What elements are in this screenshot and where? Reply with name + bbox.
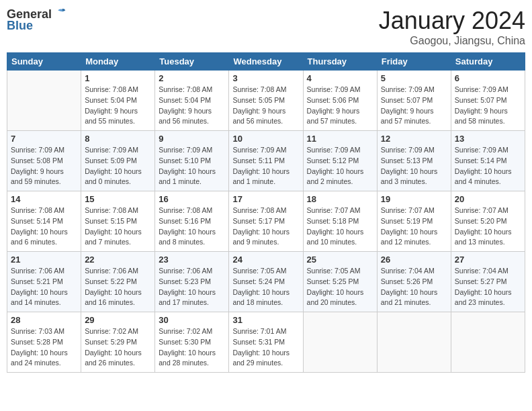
day-number: 15: [85, 194, 151, 204]
sunrise: Sunrise: 7:07 AM: [455, 206, 508, 214]
daylight: Daylight: 10 hours and 6 minutes.: [11, 228, 68, 246]
daylight: Daylight: 10 hours and 4 minutes.: [455, 167, 512, 186]
daylight: Daylight: 10 hours and 28 minutes.: [159, 349, 216, 367]
sunset: Sunset: 5:05 PM: [232, 96, 285, 104]
header-row: SundayMondayTuesdayWednesdayThursdayFrid…: [7, 53, 525, 71]
daylight: Daylight: 10 hours and 21 minutes.: [381, 288, 438, 307]
sunrise: Sunrise: 7:06 AM: [85, 267, 138, 275]
day-cell: 11 Sunrise: 7:09 AM Sunset: 5:12 PM Dayl…: [303, 131, 377, 191]
day-info: Sunrise: 7:04 AM Sunset: 5:26 PM Dayligh…: [381, 266, 447, 308]
day-info: Sunrise: 7:04 AM Sunset: 5:27 PM Dayligh…: [455, 266, 521, 308]
day-number: 21: [11, 255, 77, 265]
sunrise: Sunrise: 7:04 AM: [381, 267, 435, 275]
column-header-monday: Monday: [81, 53, 155, 71]
day-info: Sunrise: 7:08 AM Sunset: 5:16 PM Dayligh…: [159, 205, 225, 248]
day-number: 23: [159, 255, 225, 265]
logo-bird-icon: [53, 7, 68, 21]
day-cell: 27 Sunrise: 7:04 AM Sunset: 5:27 PM Dayl…: [451, 252, 525, 312]
sunset: Sunset: 5:19 PM: [381, 217, 433, 225]
column-header-wednesday: Wednesday: [229, 53, 303, 71]
sunset: Sunset: 5:07 PM: [455, 96, 507, 104]
column-header-friday: Friday: [377, 53, 451, 71]
sunset: Sunset: 5:25 PM: [307, 277, 359, 285]
day-cell: 23 Sunrise: 7:06 AM Sunset: 5:23 PM Dayl…: [155, 252, 229, 312]
column-header-thursday: Thursday: [303, 53, 377, 71]
day-info: Sunrise: 7:06 AM Sunset: 5:23 PM Dayligh…: [159, 266, 225, 308]
sunset: Sunset: 5:06 PM: [307, 96, 359, 104]
day-cell: 16 Sunrise: 7:08 AM Sunset: 5:16 PM Dayl…: [155, 191, 229, 252]
day-number: 17: [232, 194, 299, 204]
daylight: Daylight: 10 hours and 17 minutes.: [159, 288, 216, 307]
sunrise: Sunrise: 7:09 AM: [232, 146, 286, 154]
sunrise: Sunrise: 7:09 AM: [159, 146, 212, 154]
day-number: 14: [11, 194, 77, 204]
sunrise: Sunrise: 7:08 AM: [232, 85, 286, 93]
daylight: Daylight: 10 hours and 9 minutes.: [232, 228, 290, 246]
week-row-1: 1 Sunrise: 7:08 AM Sunset: 5:04 PM Dayli…: [7, 71, 525, 131]
sunset: Sunset: 5:13 PM: [381, 156, 433, 165]
day-info: Sunrise: 7:03 AM Sunset: 5:28 PM Dayligh…: [11, 326, 77, 369]
sunrise: Sunrise: 7:08 AM: [159, 206, 212, 214]
sunrise: Sunrise: 7:08 AM: [232, 206, 286, 214]
day-info: Sunrise: 7:09 AM Sunset: 5:09 PM Dayligh…: [85, 145, 151, 187]
day-cell: 25 Sunrise: 7:05 AM Sunset: 5:25 PM Dayl…: [303, 252, 377, 312]
logo: General Blue: [7, 7, 68, 33]
day-info: Sunrise: 7:07 AM Sunset: 5:18 PM Dayligh…: [307, 205, 373, 248]
day-number: 6: [455, 73, 521, 83]
day-number: 7: [11, 134, 77, 144]
daylight: Daylight: 10 hours and 2 minutes.: [307, 167, 364, 186]
daylight: Daylight: 9 hours and 58 minutes.: [455, 107, 508, 126]
day-info: Sunrise: 7:09 AM Sunset: 5:11 PM Dayligh…: [232, 145, 299, 187]
day-cell: 8 Sunrise: 7:09 AM Sunset: 5:09 PM Dayli…: [81, 131, 155, 191]
day-cell: 2 Sunrise: 7:08 AM Sunset: 5:04 PM Dayli…: [155, 71, 229, 131]
daylight: Daylight: 10 hours and 8 minutes.: [159, 228, 216, 246]
day-number: 16: [159, 194, 225, 204]
sunrise: Sunrise: 7:05 AM: [307, 267, 361, 275]
daylight: Daylight: 10 hours and 7 minutes.: [85, 228, 142, 246]
daylight: Daylight: 10 hours and 12 minutes.: [381, 228, 438, 246]
day-info: Sunrise: 7:09 AM Sunset: 5:10 PM Dayligh…: [159, 145, 225, 187]
day-number: 8: [85, 134, 151, 144]
sunset: Sunset: 5:04 PM: [85, 96, 137, 104]
sunset: Sunset: 5:07 PM: [381, 96, 433, 104]
day-info: Sunrise: 7:08 AM Sunset: 5:05 PM Dayligh…: [232, 85, 299, 127]
sunset: Sunset: 5:31 PM: [232, 338, 285, 346]
column-header-sunday: Sunday: [7, 53, 81, 71]
day-info: Sunrise: 7:09 AM Sunset: 5:08 PM Dayligh…: [11, 145, 77, 187]
sunrise: Sunrise: 7:02 AM: [85, 327, 138, 335]
day-number: 5: [381, 73, 447, 83]
daylight: Daylight: 9 hours and 57 minutes.: [307, 107, 360, 126]
daylight: Daylight: 10 hours and 24 minutes.: [11, 349, 68, 367]
day-info: Sunrise: 7:01 AM Sunset: 5:31 PM Dayligh…: [232, 326, 299, 369]
sunrise: Sunrise: 7:01 AM: [232, 327, 286, 335]
sunset: Sunset: 5:21 PM: [11, 277, 63, 285]
day-cell: 15 Sunrise: 7:08 AM Sunset: 5:15 PM Dayl…: [81, 191, 155, 252]
day-number: 26: [381, 255, 447, 265]
logo-blue: Blue: [7, 19, 33, 33]
sunset: Sunset: 5:28 PM: [11, 338, 63, 346]
day-info: Sunrise: 7:09 AM Sunset: 5:06 PM Dayligh…: [307, 85, 373, 127]
sunset: Sunset: 5:22 PM: [85, 277, 137, 285]
sunset: Sunset: 5:30 PM: [159, 338, 211, 346]
day-info: Sunrise: 7:08 AM Sunset: 5:14 PM Dayligh…: [11, 205, 77, 248]
sunset: Sunset: 5:09 PM: [85, 156, 137, 165]
sunset: Sunset: 5:29 PM: [85, 338, 137, 346]
daylight: Daylight: 10 hours and 20 minutes.: [307, 288, 364, 307]
day-number: 22: [85, 255, 151, 265]
day-number: 31: [232, 315, 299, 325]
day-info: Sunrise: 7:09 AM Sunset: 5:13 PM Dayligh…: [381, 145, 447, 187]
sunrise: Sunrise: 7:08 AM: [85, 206, 138, 214]
sunrise: Sunrise: 7:07 AM: [307, 206, 361, 214]
sunrise: Sunrise: 7:08 AM: [159, 85, 212, 93]
calendar-title: January 2024: [379, 7, 525, 35]
day-number: 13: [455, 134, 521, 144]
sunrise: Sunrise: 7:06 AM: [11, 267, 64, 275]
day-info: Sunrise: 7:05 AM Sunset: 5:24 PM Dayligh…: [232, 266, 299, 308]
sunrise: Sunrise: 7:05 AM: [232, 267, 286, 275]
day-cell: 3 Sunrise: 7:08 AM Sunset: 5:05 PM Dayli…: [229, 71, 303, 131]
day-number: 29: [85, 315, 151, 325]
sunset: Sunset: 5:16 PM: [159, 217, 211, 225]
sunrise: Sunrise: 7:09 AM: [307, 146, 361, 154]
day-info: Sunrise: 7:09 AM Sunset: 5:07 PM Dayligh…: [455, 85, 521, 127]
day-cell: 17 Sunrise: 7:08 AM Sunset: 5:17 PM Dayl…: [229, 191, 303, 252]
